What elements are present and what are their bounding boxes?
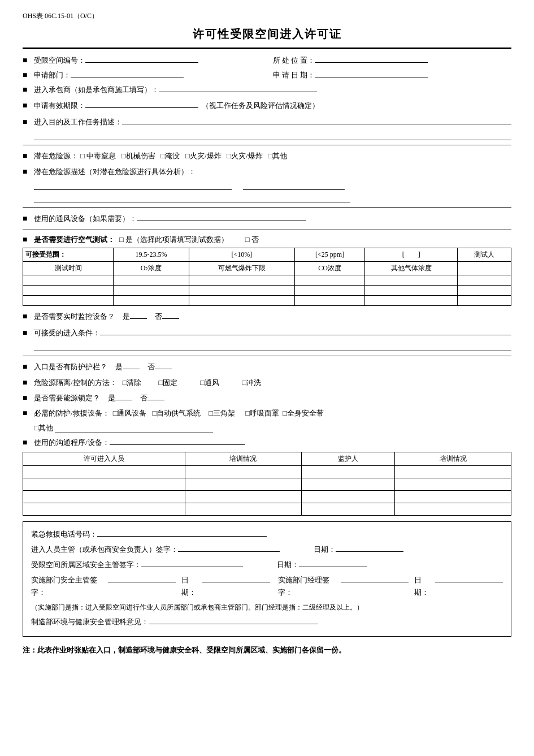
conditions-label: 可接受的进入条件：	[34, 327, 100, 339]
isolation-opt3: □通风	[200, 377, 219, 389]
hazard-source-label: 潜在危险源：	[34, 150, 78, 162]
monitoring-question: 是否需要实时监控设备？	[34, 311, 115, 323]
contractor-label: 进入承包商（如是承包商施工填写）：	[34, 84, 159, 96]
purpose-label: 进入目的及工作任务描述：	[34, 116, 122, 128]
space-no-label: 受限空间编号：	[34, 55, 85, 66]
sub-header-other-gas: 其他气体浓度	[365, 262, 458, 275]
guard-yes-label: 是	[115, 361, 123, 373]
ventilation-label: 使用的通风设备（如果需要）：	[34, 213, 137, 225]
signatures-box: 紧急救援电话号码： 进入人员主管（或承包商安全负责人）签字： 日期： 受限空间所…	[23, 521, 511, 637]
equip-opt2: □自动供气系统	[152, 408, 201, 420]
dept-mgr-label: 实施部门经理签字：	[278, 574, 341, 599]
personnel-header: 许可进入人员	[23, 452, 185, 466]
isolation-opt4: □冲洗	[242, 377, 261, 389]
energy-label: 是否需要能源锁定？	[34, 392, 100, 404]
equip-opt1: □通风设备	[113, 408, 147, 420]
equip-opt4: □呼吸面罩	[245, 408, 279, 420]
dept-label: 申请部门：	[34, 70, 71, 80]
table-header-co: [<25 ppm]	[295, 248, 365, 262]
equip-opt3: □三角架	[209, 408, 235, 420]
air-test-yes[interactable]: □ 是（选择此项请填写测试数据）	[119, 235, 228, 245]
equipment-label: 必需的防护/救援设备：	[34, 408, 110, 420]
area-date-label: 日期：	[277, 559, 299, 571]
sub-header-co: CO浓度	[295, 262, 365, 275]
guard-no-label: 否	[147, 361, 155, 373]
isolation-opt1: □清除	[123, 377, 142, 389]
personnel-table: 许可进入人员 培训情况 监护人 培训情况	[23, 452, 511, 516]
sub-header-lfl: 可燃气爆炸下限	[189, 262, 294, 275]
isolation-label: 危险源隔离/控制的方法：	[34, 377, 117, 389]
validity-note: （视工作任务及风险评估情况确定）	[202, 100, 319, 112]
area-safety-label: 受限空间所属区域安全主管签字：	[31, 559, 141, 571]
monitoring-yes-label: 是	[123, 311, 130, 323]
date-label: 申 请 日 期：	[273, 70, 315, 80]
dept-safety-date-label: 日期：	[181, 574, 202, 599]
sub-header-o2: O₂浓度	[114, 262, 189, 275]
table-header-lfl: [<10%]	[189, 248, 294, 262]
location-label: 所 处 位 置：	[273, 55, 315, 66]
emergency-label: 紧急救援电话号码：	[31, 528, 97, 541]
table-header-range: 可接受范围：	[23, 248, 114, 262]
doc-ref: OHS表 06C.15-01（O/C）	[23, 11, 511, 21]
table-header-other: [ ]	[365, 248, 458, 262]
energy-yes-label: 是	[108, 392, 115, 404]
equip-opt5: □全身安全带	[283, 408, 324, 420]
manager-sig-label: 进入人员主管（或承包商安全负责人）签字：	[31, 543, 178, 556]
training1-header: 培训情况	[185, 452, 301, 466]
comm-label: 使用的沟通程序/设备：	[34, 437, 110, 449]
guardian-header: 监护人	[301, 452, 394, 466]
dept-mgr-date-label: 日期：	[414, 574, 435, 599]
table-header-o2: 19.5-23.5%	[114, 248, 189, 262]
training2-header: 培训情况	[395, 452, 511, 466]
note1: （实施部门是指：进入受限空间进行作业人员所属部门或承包商主管部门。部门经理是指：…	[31, 602, 363, 613]
main-title: 许可性受限空间进入许可证	[23, 27, 511, 42]
air-test-table: 可接受范围： 19.5-23.5% [<10%] [<25 ppm] [ ] 测…	[23, 248, 511, 306]
guard-label: 入口是否有防护护栏？	[34, 361, 107, 373]
energy-no-label: 否	[140, 392, 147, 404]
hazard-desc-label: 潜在危险源描述（对潜在危险源进行具体分析）：	[34, 166, 196, 178]
validity-label: 申请有效期限：	[34, 100, 85, 112]
hazard-checkboxes: □ 中毒窒息 □机械伤害 □淹没 □火灾/爆炸 □火灾/爆炸 □其他	[80, 150, 287, 162]
air-test-no[interactable]: □ 否	[245, 235, 259, 245]
table-header-tester: 测试人	[458, 248, 511, 262]
mfg-label: 制造部环境与健康安全管理科意见：	[31, 616, 149, 628]
sub-header-time: 测试时间	[23, 262, 114, 275]
air-test-question: 是否需要进行空气测试：	[34, 235, 115, 245]
final-note: 注：此表作业时张贴在入口，制造部环境与健康安全科、受限空间所属区域、实施部门各保…	[23, 643, 511, 656]
manager-date-label: 日期：	[314, 543, 336, 556]
monitoring-no-label: 否	[155, 311, 162, 323]
dept-safety-label: 实施部门安全主管签字：	[31, 574, 108, 599]
equip-others: □其他	[34, 424, 53, 432]
isolation-opt2: □固定	[158, 377, 177, 389]
sub-header-blank	[458, 262, 511, 275]
